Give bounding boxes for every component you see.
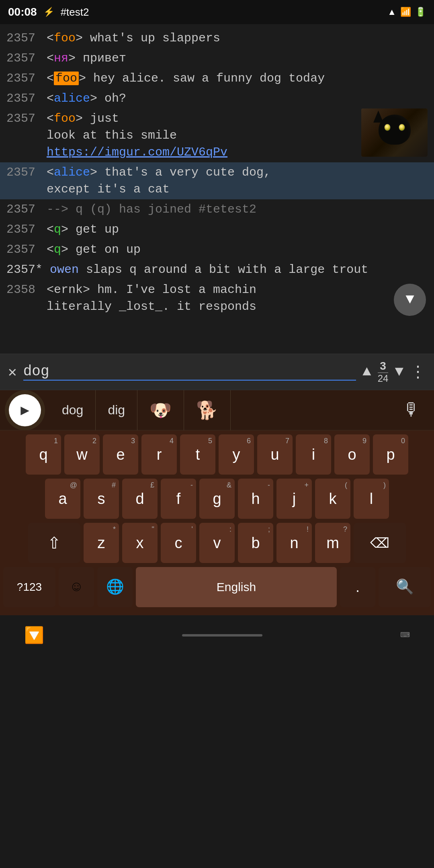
mic-button[interactable]: 🎙: [395, 394, 428, 426]
suggestion-dog[interactable]: dog: [50, 390, 96, 430]
search-current: 3: [380, 360, 386, 372]
message-content: <alice> oh?: [47, 90, 428, 107]
timestamp: 2357: [6, 221, 43, 238]
key-q[interactable]: q1: [26, 434, 61, 475]
search-next-button[interactable]: ▼: [395, 364, 403, 380]
key-a[interactable]: a@: [45, 479, 80, 519]
timestamp: 2357: [6, 164, 43, 181]
nick-alice: alice: [54, 166, 90, 179]
status-right: ▲ 📶 🔋: [387, 7, 426, 17]
suggestions-list: dog dig 🐶 🐕: [50, 390, 389, 430]
key-i[interactable]: i8: [296, 434, 331, 475]
message-content: <foo> what's up slappers: [47, 30, 428, 47]
search-total: 24: [378, 373, 389, 384]
timestamp: 2357: [6, 70, 43, 87]
key-c[interactable]: c': [161, 523, 196, 563]
key-g[interactable]: g&: [199, 479, 235, 519]
action-content: * owen slaps q around a bit with a large…: [35, 261, 368, 278]
key-l[interactable]: l): [354, 479, 389, 519]
keyboard-hide-button[interactable]: ⌨: [400, 626, 410, 645]
key-backspace[interactable]: ⌫: [354, 523, 406, 563]
message-content: <q> get up: [47, 221, 428, 238]
cat-image: [361, 108, 428, 157]
nick-alice: alice: [54, 92, 90, 105]
scroll-down-button[interactable]: ▼: [394, 284, 426, 316]
key-shift[interactable]: ⇧: [28, 523, 80, 563]
key-h[interactable]: h-: [238, 479, 273, 519]
image-thumbnail[interactable]: [361, 108, 428, 157]
suggestion-dig[interactable]: dig: [96, 390, 137, 430]
expand-arrow-icon: ▶: [9, 394, 41, 426]
key-globe[interactable]: 🌐: [97, 567, 133, 607]
nick-nya: ня: [54, 51, 68, 65]
nick-foo: foo: [54, 112, 76, 125]
key-n[interactable]: n!: [276, 523, 312, 563]
chat-message-with-image: 2357 <foo> just look at this smile https…: [0, 108, 434, 162]
key-d[interactable]: d£: [122, 479, 158, 519]
suggestion-emoji-dog1[interactable]: 🐶: [137, 390, 184, 430]
chat-message: 2357 <q> get up: [0, 219, 434, 240]
keyboard-row-1: q1 w2 e3 r4 t5 y6 u7 i8 o9 p0: [3, 434, 431, 475]
mic-icon: 🎙: [403, 399, 420, 421]
nick-q: q: [54, 223, 61, 236]
nick-owen: owen: [50, 263, 79, 276]
emoji-icon: ☺: [72, 579, 81, 596]
app-icon: ⚡: [43, 7, 54, 17]
keyboard: q1 w2 e3 r4 t5 y6 u7 i8 o9 p0 a@ s# d£ f…: [0, 430, 434, 615]
suggestion-emoji-dog2[interactable]: 🐕: [184, 390, 231, 430]
key-numbers[interactable]: ?123: [3, 567, 55, 607]
status-time: 00:08: [8, 6, 37, 18]
key-t[interactable]: t5: [180, 434, 215, 475]
expand-suggestions-button[interactable]: ▶: [5, 390, 45, 430]
image-link[interactable]: https://imgur.com/UZV6qPv: [47, 145, 227, 159]
key-m[interactable]: m?: [315, 523, 350, 563]
chat-message: 2357 <ня> привет: [0, 48, 434, 68]
key-p[interactable]: p0: [373, 434, 408, 475]
join-content: --> q (q) has joined #tetest2: [47, 201, 428, 218]
key-u[interactable]: u7: [257, 434, 293, 475]
shift-icon: ⇧: [47, 534, 61, 552]
status-left: 00:08 ⚡ #test2: [8, 6, 89, 18]
key-b[interactable]: b;: [238, 523, 273, 563]
key-o[interactable]: o9: [334, 434, 370, 475]
key-s[interactable]: s#: [84, 479, 119, 519]
key-f[interactable]: f-: [161, 479, 196, 519]
key-v[interactable]: v:: [199, 523, 235, 563]
timestamp: 2357: [6, 261, 35, 278]
key-e[interactable]: e3: [103, 434, 138, 475]
keyboard-row-bottom: ?123 ☺ 🌐 English . 🔍: [3, 567, 431, 607]
backspace-icon: ⌫: [370, 535, 389, 551]
search-icon: 🔍: [396, 578, 414, 596]
key-k[interactable]: k(: [315, 479, 350, 519]
nick-ernk: ernk: [54, 283, 83, 297]
key-j[interactable]: j+: [276, 479, 312, 519]
signal-icon: 📶: [400, 7, 411, 17]
key-search[interactable]: 🔍: [379, 567, 431, 607]
key-y[interactable]: y6: [219, 434, 254, 475]
chat-area: 2357 <foo> what's up slappers 2357 <ня> …: [0, 24, 434, 354]
key-r[interactable]: r4: [141, 434, 177, 475]
message-content: <foo> hey alice. saw a funny dog today: [47, 70, 428, 87]
key-w[interactable]: w2: [64, 434, 100, 475]
timestamp: 2357: [6, 201, 43, 218]
key-x[interactable]: x": [122, 523, 158, 563]
join-message: 2357 --> q (q) has joined #tetest2: [0, 199, 434, 219]
key-period[interactable]: .: [340, 567, 375, 607]
cat-eye-left: [384, 124, 391, 131]
wifi-icon: ▲: [387, 7, 396, 17]
search-close-button[interactable]: ✕: [8, 363, 17, 381]
nav-back-button[interactable]: 🔽: [24, 626, 44, 645]
search-prev-button[interactable]: ▲: [362, 364, 371, 380]
key-space[interactable]: English: [136, 567, 337, 607]
timestamp: 2357: [6, 30, 43, 47]
keyboard-row-3: ⇧ z* x" c' v: b; n! m? ⌫: [3, 523, 431, 563]
search-more-button[interactable]: ⋮: [410, 362, 426, 382]
action-message: 2357 * owen slaps q around a bit with a …: [0, 260, 434, 280]
search-count: 3 24: [378, 360, 389, 384]
nav-bar: 🔽 ⌨: [0, 615, 434, 655]
search-input[interactable]: [23, 363, 356, 381]
key-emoji[interactable]: ☺: [59, 567, 94, 607]
timestamp: 2357: [6, 50, 43, 67]
key-z[interactable]: z*: [84, 523, 119, 563]
chat-message: 2357 <alice> oh?: [0, 88, 434, 108]
